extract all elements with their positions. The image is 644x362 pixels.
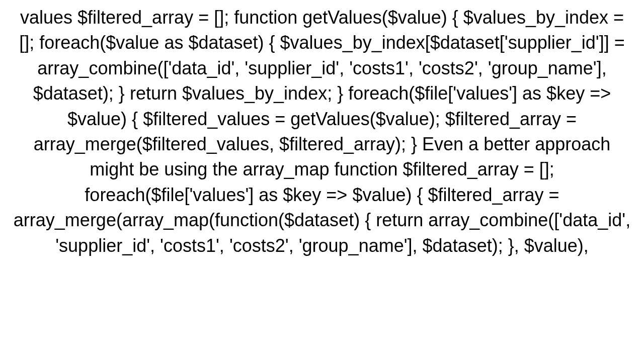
- code-text-block: values $filtered_array = []; function ge…: [0, 0, 644, 263]
